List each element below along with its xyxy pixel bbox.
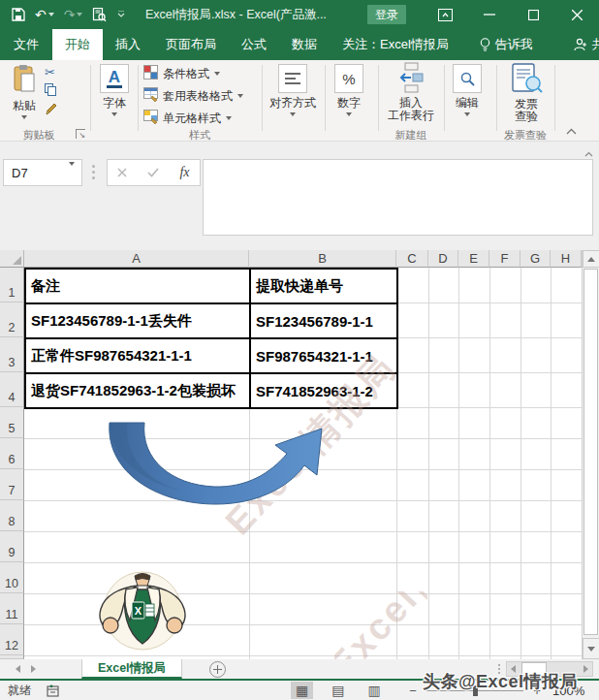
- accessibility-checker-icon[interactable]: [47, 684, 61, 697]
- page-layout-view-button[interactable]: ▤: [327, 682, 349, 699]
- save-icon[interactable]: [12, 8, 25, 21]
- invoice-check-button[interactable]: 发票 查验: [502, 62, 551, 123]
- add-sheet-button[interactable]: [209, 661, 226, 678]
- ribbon-separator: [554, 65, 555, 131]
- name-box[interactable]: D7: [3, 159, 82, 186]
- sheet-tab-active[interactable]: Excel情报局: [81, 659, 182, 679]
- row-header-6[interactable]: 6: [0, 438, 24, 469]
- copy-button[interactable]: [45, 83, 59, 99]
- row-header-5[interactable]: 5: [0, 407, 24, 438]
- tab-insert[interactable]: 插入: [103, 29, 153, 60]
- minimize-button[interactable]: [475, 0, 504, 29]
- column-header-G[interactable]: G: [520, 250, 551, 268]
- row-header-4[interactable]: 4: [0, 372, 24, 407]
- column-header-A[interactable]: A: [24, 250, 249, 268]
- table-cell-r3c1[interactable]: 正常件SF987654321-1-1: [25, 338, 250, 373]
- gridline-vertical: [551, 268, 552, 659]
- gridline-vertical: [520, 268, 521, 659]
- conditional-format-button[interactable]: 条件格式: [143, 64, 220, 83]
- insert-sheet-rows-button[interactable]: 插入 工作表行: [386, 62, 436, 122]
- undo-caret-icon[interactable]: [48, 13, 54, 16]
- quick-access-toolbar: ↶ ↷: [0, 8, 126, 22]
- login-button[interactable]: 登录: [367, 5, 406, 24]
- undo-button[interactable]: ↶: [35, 8, 54, 21]
- ribbon-separator: [325, 65, 326, 131]
- format-as-table-button[interactable]: 套用表格格式: [143, 86, 243, 106]
- row-header-1[interactable]: 1: [0, 268, 24, 302]
- close-button[interactable]: [562, 0, 591, 29]
- select-all-corner[interactable]: [0, 250, 24, 268]
- number-group-button[interactable]: % 数字: [330, 64, 368, 116]
- confirm-entry-icon[interactable]: [147, 166, 159, 180]
- column-header-H[interactable]: H: [551, 250, 582, 268]
- column-header-F[interactable]: F: [489, 250, 520, 268]
- table-cell-r4c1[interactable]: 退货SF741852963-1-2包装损坏: [25, 373, 250, 408]
- row-header-2[interactable]: 2: [0, 302, 24, 337]
- redo-button[interactable]: ↷: [64, 8, 83, 21]
- column-header-D[interactable]: D: [428, 250, 458, 268]
- tab-follow[interactable]: 关注：Excel情报局: [330, 29, 461, 60]
- maximize-button[interactable]: [519, 0, 548, 29]
- zoom-out-button[interactable]: −: [407, 684, 419, 698]
- tab-home[interactable]: 开始: [52, 29, 103, 60]
- font-caret-icon[interactable]: [111, 112, 117, 116]
- normal-view-button[interactable]: ▦: [291, 682, 313, 699]
- sheet-nav-left-icon[interactable]: [10, 665, 25, 673]
- lightbulb-icon: [480, 38, 490, 52]
- view-shortcuts: ▦ ▤ ▥: [291, 682, 386, 699]
- title-bar: ↶ ↷ Excel情报局.xlsx - Excel(产品激... 登录: [0, 0, 599, 29]
- column-header-C[interactable]: C: [396, 250, 428, 268]
- tab-formulas[interactable]: 公式: [229, 29, 279, 60]
- cancel-entry-icon[interactable]: [117, 165, 127, 180]
- scroll-down-button[interactable]: [583, 638, 599, 659]
- table-cell-r2c1[interactable]: SF123456789-1-1丢失件: [25, 303, 250, 338]
- paste-caret-icon[interactable]: [21, 115, 27, 119]
- ribbon-display-options-icon[interactable]: [430, 0, 459, 29]
- number-caret-icon[interactable]: [346, 112, 352, 116]
- collapse-ribbon-chevron-icon[interactable]: [566, 124, 577, 138]
- sheet-nav-right-icon[interactable]: [25, 665, 41, 673]
- insert-function-button[interactable]: fx: [179, 165, 189, 180]
- vertical-scrollbar[interactable]: [582, 250, 599, 659]
- scroll-up-button[interactable]: [583, 250, 599, 268]
- tab-data[interactable]: 数据: [279, 29, 330, 60]
- row-header-7[interactable]: 7: [0, 469, 24, 500]
- clipboard-dialog-launcher-icon[interactable]: ↘: [76, 129, 85, 139]
- row-header-12[interactable]: 12: [0, 624, 24, 655]
- cell-styles-button[interactable]: 单元格样式: [143, 109, 232, 128]
- tab-page-layout[interactable]: 页面布局: [153, 29, 229, 60]
- formula-bar-collapse-icon[interactable]: [584, 149, 593, 159]
- row-header-3[interactable]: 3: [0, 337, 24, 372]
- editing-caret-icon[interactable]: [464, 112, 470, 116]
- page-break-view-button[interactable]: ▥: [363, 682, 385, 699]
- name-box-caret-icon[interactable]: [67, 166, 81, 180]
- row-header-9[interactable]: 9: [0, 531, 24, 562]
- hscroll-right-icon[interactable]: [583, 665, 588, 673]
- row-header-8[interactable]: 8: [0, 500, 24, 531]
- row-header-10[interactable]: 10: [0, 562, 24, 593]
- redo-caret-icon: [77, 13, 82, 16]
- tab-tell-me[interactable]: 告诉我: [467, 29, 546, 60]
- column-header-B[interactable]: B: [249, 250, 396, 268]
- customize-qat-chevron-icon[interactable]: [116, 11, 126, 18]
- table-cell-r1c1[interactable]: 备注: [25, 269, 250, 303]
- cut-button[interactable]: ✂: [45, 64, 59, 80]
- paste-button[interactable]: 粘贴: [6, 64, 43, 119]
- formula-input[interactable]: [203, 159, 593, 236]
- tab-share[interactable]: 共享: [561, 29, 599, 60]
- vertical-scrollbar-thumb[interactable]: [583, 269, 598, 635]
- row-header-11[interactable]: 11: [0, 593, 24, 624]
- gridline-vertical: [489, 268, 490, 659]
- alignment-caret-icon[interactable]: [290, 112, 296, 116]
- cell-styles-icon: [143, 110, 158, 127]
- font-group-button[interactable]: A 字体: [95, 64, 134, 116]
- editing-group-button[interactable]: 编辑: [448, 64, 487, 116]
- table-cell-r2c2[interactable]: SF123456789-1-1: [250, 303, 397, 338]
- alignment-group-button[interactable]: 对齐方式: [266, 64, 320, 116]
- print-preview-icon[interactable]: [92, 8, 107, 22]
- format-painter-button[interactable]: [45, 103, 59, 118]
- formula-bar-drag-handle[interactable]: [92, 165, 96, 179]
- tab-file[interactable]: 文件: [0, 29, 52, 60]
- column-header-E[interactable]: E: [458, 250, 489, 268]
- table-cell-r1c2[interactable]: 提取快递单号: [250, 269, 397, 303]
